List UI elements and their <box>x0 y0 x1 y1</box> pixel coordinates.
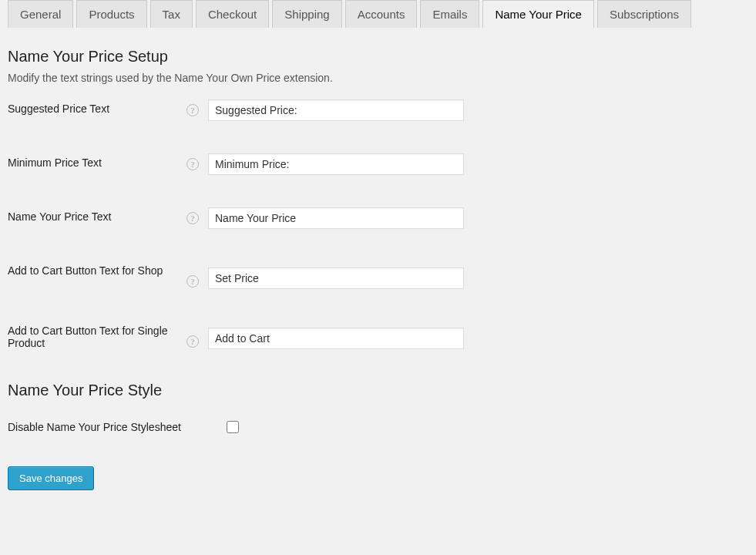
section-heading-style: Name Your Price Style <box>8 382 748 399</box>
section-description: Modify the text strings used by the Name… <box>8 72 748 84</box>
label-add-to-cart-shop: Add to Cart Button Text for Shop <box>8 261 177 277</box>
help-icon[interactable]: ? <box>186 335 199 348</box>
label-disable-stylesheet: Disable Name Your Price Stylesheet <box>8 421 223 433</box>
save-button[interactable]: Save changes <box>8 466 94 490</box>
help-icon[interactable]: ? <box>186 158 199 170</box>
input-suggested-price[interactable] <box>208 99 464 121</box>
input-add-to-cart-shop[interactable] <box>208 267 464 289</box>
label-minimum-price: Minimum Price Text <box>8 153 177 169</box>
tab-shipping[interactable]: Shipping <box>272 0 341 28</box>
checkbox-disable-stylesheet[interactable] <box>227 421 239 433</box>
input-name-your-price[interactable] <box>208 207 464 229</box>
input-add-to-cart-single[interactable] <box>208 328 464 349</box>
settings-tabs: General Products Tax Checkout Shipping A… <box>8 0 756 28</box>
tab-emails[interactable]: Emails <box>420 0 479 28</box>
tab-general[interactable]: General <box>8 0 73 28</box>
help-icon[interactable]: ? <box>186 212 199 224</box>
tab-accounts[interactable]: Accounts <box>345 0 418 28</box>
tab-products[interactable]: Products <box>76 0 146 28</box>
input-minimum-price[interactable] <box>208 153 464 175</box>
tab-name-your-price[interactable]: Name Your Price <box>482 0 594 29</box>
tab-subscriptions[interactable]: Subscriptions <box>597 0 691 28</box>
section-heading-setup: Name Your Price Setup <box>8 48 748 66</box>
label-add-to-cart-single: Add to Cart Button Text for Single Produ… <box>8 321 177 349</box>
help-icon[interactable]: ? <box>186 104 199 116</box>
label-suggested-price: Suggested Price Text <box>8 99 177 115</box>
tab-tax[interactable]: Tax <box>150 0 193 28</box>
help-icon[interactable]: ? <box>186 275 199 288</box>
tab-checkout[interactable]: Checkout <box>196 0 269 28</box>
label-name-your-price: Name Your Price Text <box>8 207 177 223</box>
